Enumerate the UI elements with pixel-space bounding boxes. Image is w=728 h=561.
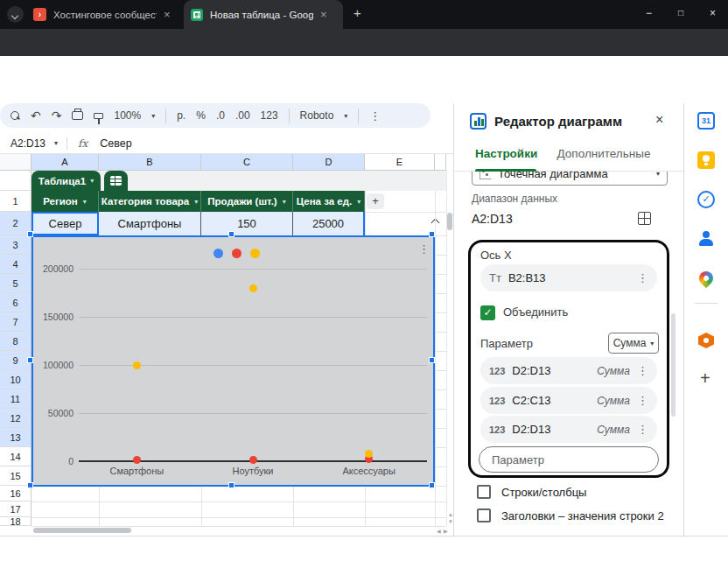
- close-tab-icon[interactable]: ×: [164, 8, 171, 21]
- google-calendar-icon[interactable]: 31: [697, 112, 715, 130]
- new-tab-button[interactable]: +: [354, 5, 361, 20]
- column-header-C[interactable]: C: [201, 154, 293, 171]
- name-box[interactable]: A2:D13: [0, 137, 54, 150]
- row-header-7[interactable]: 7: [0, 312, 32, 332]
- undo-icon[interactable]: ↶: [31, 109, 41, 123]
- table-header-2[interactable]: Продажи (шт.)▾: [201, 191, 293, 212]
- selection-handle[interactable]: [27, 482, 33, 488]
- tab-search-button[interactable]: [7, 6, 24, 23]
- cell-B2[interactable]: Смартфоны: [99, 212, 201, 235]
- row-header-12[interactable]: 12: [0, 409, 32, 428]
- decrease-decimals-button[interactable]: .0: [216, 109, 225, 122]
- selection-handle[interactable]: [429, 482, 435, 488]
- marketplace-addon-icon[interactable]: [698, 333, 714, 348]
- data-point-yellow-series[interactable]: [133, 361, 141, 369]
- window-minimize-button[interactable]: −: [646, 7, 652, 19]
- window-close-button[interactable]: ×: [710, 7, 716, 19]
- horizontal-scrollbar-thumb[interactable]: [33, 528, 131, 533]
- option-row-0[interactable]: Строки/столбцы: [477, 485, 586, 499]
- formula-input[interactable]: Север: [100, 137, 131, 150]
- table-header-0[interactable]: Регион▾: [32, 191, 99, 212]
- cell-D2[interactable]: 25000: [293, 212, 365, 235]
- browser-tab-sheets[interactable]: Новая таблица - Google Табли ×: [184, 0, 343, 29]
- column-header-E[interactable]: E: [365, 154, 435, 171]
- selection-handle[interactable]: [429, 357, 435, 363]
- data-point-yellow-series[interactable]: [365, 450, 373, 458]
- font-select[interactable]: Roboto: [300, 109, 334, 122]
- chart-menu-icon[interactable]: ⋮: [418, 242, 430, 256]
- number-format-button[interactable]: 123: [261, 109, 278, 122]
- close-panel-icon[interactable]: ×: [655, 112, 663, 128]
- row-header-8[interactable]: 8: [0, 332, 32, 351]
- cell-A2[interactable]: Север: [32, 212, 99, 235]
- add-icon[interactable]: +: [700, 368, 710, 389]
- x-axis-range-field[interactable]: Тт B2:B13 ⋮: [480, 264, 657, 291]
- parameter-row-1[interactable]: 123C2:C13Сумма⋮: [480, 387, 657, 414]
- zoom-select[interactable]: 100%: [114, 109, 141, 122]
- print-icon[interactable]: [72, 111, 83, 120]
- parameter-row-0[interactable]: 123D2:D13Сумма⋮: [480, 357, 657, 384]
- percent-format-button[interactable]: %: [196, 109, 206, 122]
- embedded-scatter-chart[interactable]: 050000100000150000200000СмартфоныНоутбук…: [32, 235, 435, 487]
- tab-settings[interactable]: Настройки: [475, 147, 536, 160]
- more-options-icon[interactable]: ⋮: [369, 109, 381, 123]
- row-header-17[interactable]: 17: [0, 501, 32, 517]
- selection-handle[interactable]: [228, 231, 234, 237]
- selection-handle[interactable]: [429, 231, 435, 237]
- selection-handle[interactable]: [27, 231, 33, 237]
- table-header-1[interactable]: Категория товара▾: [99, 191, 201, 212]
- redo-icon[interactable]: ↷: [52, 109, 62, 123]
- more-options-icon[interactable]: ⋮: [637, 271, 648, 284]
- data-point-yellow-series[interactable]: [249, 284, 257, 292]
- search-icon[interactable]: [10, 111, 20, 121]
- vertical-scrollbar-thumb[interactable]: [447, 213, 452, 230]
- select-all-corner[interactable]: [0, 154, 32, 171]
- unchecked-checkbox-icon[interactable]: [477, 485, 491, 499]
- row-header-5[interactable]: 5: [0, 274, 32, 293]
- selection-handle[interactable]: [27, 357, 33, 363]
- window-maximize-button[interactable]: □: [678, 8, 683, 18]
- row-header-13[interactable]: 13: [0, 428, 32, 447]
- more-options-icon[interactable]: ⋮: [637, 394, 648, 407]
- merge-checkbox[interactable]: ✓: [480, 304, 495, 320]
- data-point-red-series[interactable]: [249, 456, 257, 464]
- google-keep-icon[interactable]: [697, 151, 715, 169]
- data-range-value[interactable]: A2:D13: [472, 212, 513, 226]
- column-header-D[interactable]: D: [293, 154, 365, 171]
- parameter-row-2[interactable]: 123D2:D13Сумма⋮: [480, 416, 657, 443]
- row-header-14[interactable]: 14: [0, 447, 32, 466]
- google-contacts-icon[interactable]: [697, 230, 715, 248]
- row-header-18[interactable]: 18: [0, 517, 32, 526]
- scroll-left-icon[interactable]: ◀: [437, 528, 441, 534]
- data-point-red-series[interactable]: [133, 456, 141, 464]
- more-options-icon[interactable]: ⋮: [637, 364, 648, 377]
- table-name-chip[interactable]: Таблица1 ▾: [32, 171, 101, 191]
- more-options-icon[interactable]: ⋮: [637, 423, 648, 436]
- table-menu-chip[interactable]: [104, 171, 128, 191]
- paint-format-icon[interactable]: [94, 113, 103, 119]
- currency-format-button[interactable]: р.: [177, 109, 186, 122]
- scroll-right-icon[interactable]: ▶: [444, 528, 448, 534]
- row-header-1[interactable]: 1: [0, 191, 32, 212]
- close-tab-icon[interactable]: ×: [320, 8, 327, 21]
- google-tasks-icon[interactable]: ✓: [697, 191, 715, 208]
- column-header-B[interactable]: B: [99, 154, 201, 171]
- aggregate-select[interactable]: Сумма ▾: [608, 333, 659, 354]
- row-header-3[interactable]: 3: [0, 235, 32, 255]
- row-header-10[interactable]: 10: [0, 370, 32, 389]
- google-maps-icon[interactable]: [696, 269, 717, 289]
- tab-advanced[interactable]: Дополнительные: [547, 147, 661, 160]
- browser-tab-hosting[interactable]: › Хостинговое сообщество «Tim ×: [26, 0, 180, 29]
- column-header-A[interactable]: A: [32, 154, 99, 171]
- increase-decimals-button[interactable]: .00: [235, 109, 250, 122]
- add-parameter-field[interactable]: Параметр: [479, 446, 659, 473]
- chevron-down-icon[interactable]: ▾: [54, 139, 58, 147]
- cell-C2[interactable]: 150: [201, 212, 293, 235]
- panel-scrollbar-thumb[interactable]: [671, 313, 676, 417]
- row-header-4[interactable]: 4: [0, 255, 32, 274]
- row-header-11[interactable]: 11: [0, 389, 32, 409]
- select-range-icon[interactable]: [638, 212, 651, 225]
- selection-handle[interactable]: [228, 482, 234, 488]
- table-header-3[interactable]: Цена за ед.▾: [293, 191, 365, 212]
- row-header-6[interactable]: 6: [0, 293, 32, 312]
